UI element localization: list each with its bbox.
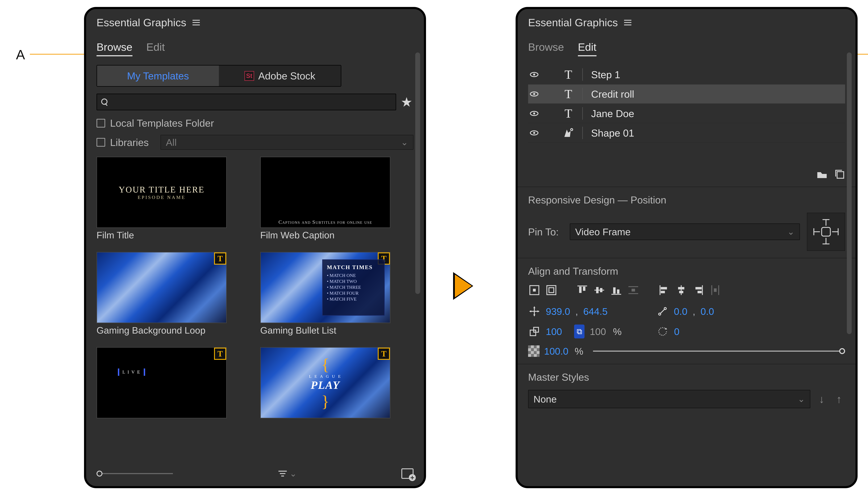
pin-to-value: Video Frame	[575, 226, 631, 238]
align-right-icon[interactable]	[692, 284, 704, 296]
visibility-eye-icon[interactable]	[528, 91, 540, 97]
tab-edit[interactable]: Edit	[578, 41, 597, 56]
template-thumb-live[interactable]: T L I V E	[96, 347, 227, 418]
push-style-up-icon[interactable]: ↑	[833, 393, 845, 405]
layer-name: Jane Doe	[582, 107, 634, 120]
layer-type-text-icon: T	[560, 67, 577, 82]
align-left-icon[interactable]	[658, 284, 670, 296]
align-vertical-center-icon[interactable]	[593, 284, 606, 296]
template-thumb-film-web-caption[interactable]: Captions and Subtitles for online use	[260, 157, 390, 228]
template-thumb-gaming-bg-loop[interactable]: T	[96, 252, 227, 323]
scrollbar[interactable]	[415, 49, 420, 451]
thumbnail-size-slider[interactable]	[96, 473, 173, 474]
position-y-value[interactable]: 644.5	[583, 306, 608, 317]
sort-menu-icon[interactable]: ⌄	[278, 468, 297, 479]
subtab-adobe-stock[interactable]: St Adobe Stock	[219, 66, 341, 86]
new-layer-icon[interactable]	[834, 169, 845, 180]
opacity-value[interactable]: 100.0	[544, 345, 568, 357]
master-style-select[interactable]: None ⌄	[528, 390, 810, 408]
rotation-value[interactable]: 0	[674, 326, 679, 337]
favorites-star-icon[interactable]: ★	[400, 95, 413, 109]
svg-marker-55	[538, 310, 540, 312]
libraries-filter-select[interactable]: All ⌄	[161, 135, 413, 150]
scale-icon	[528, 325, 541, 338]
checkbox-libraries[interactable]	[96, 138, 105, 147]
mogrt-badge-icon: T	[214, 348, 226, 360]
pin-edges-widget[interactable]	[807, 213, 845, 251]
svg-rect-46	[697, 291, 702, 293]
svg-marker-54	[529, 310, 531, 312]
pin-to-select[interactable]: Video Frame ⌄	[570, 224, 800, 240]
template-thumb-league-play[interactable]: T { L E A G U E PLAY }	[260, 347, 390, 418]
tab-browse[interactable]: Browse	[96, 41, 132, 56]
svg-rect-28	[583, 287, 585, 291]
align-top-icon[interactable]	[576, 284, 588, 296]
align-safe-margins-icon[interactable]	[545, 284, 558, 296]
layer-name: Credit roll	[582, 88, 634, 100]
opacity-slider[interactable]	[593, 351, 845, 352]
layer-row[interactable]: T Step 1	[528, 65, 845, 84]
panel-menu-icon[interactable]	[624, 20, 631, 25]
opacity-icon	[528, 345, 540, 357]
mogrt-badge-icon: T	[378, 348, 390, 360]
layers-list: T Step 1 T Credit roll T	[528, 65, 845, 143]
scale-w-value[interactable]: 100	[546, 326, 562, 337]
svg-rect-25	[549, 288, 554, 293]
visibility-eye-icon[interactable]	[528, 111, 540, 116]
section-title-align: Align and Transform	[528, 265, 845, 277]
link-scale-icon[interactable]: ⧉	[574, 325, 585, 339]
svg-rect-49	[714, 288, 717, 292]
position-icon	[528, 305, 541, 318]
thumb-text: YOUR TITLE HERE	[119, 184, 204, 195]
chevron-down-icon: ⌄	[401, 137, 408, 147]
layer-row[interactable]: T Credit roll	[528, 84, 845, 104]
push-style-down-icon[interactable]: ↓	[816, 393, 828, 405]
anchor-y-value[interactable]: 0.0	[701, 306, 714, 317]
anchor-x-value[interactable]: 0.0	[674, 306, 688, 317]
chevron-down-icon: ⌄	[290, 468, 297, 479]
layer-row[interactable]: Shape 01	[528, 123, 845, 143]
panel-menu-icon[interactable]	[192, 20, 200, 25]
visibility-eye-icon[interactable]	[528, 130, 540, 136]
template-thumb-film-title[interactable]: YOUR TITLE HERE EPISODE NAME	[96, 157, 227, 228]
svg-rect-45	[695, 287, 702, 289]
svg-point-8	[533, 112, 535, 114]
align-center-in-parent-icon[interactable]	[528, 284, 541, 296]
svg-rect-40	[661, 291, 665, 293]
mogrt-badge-icon: T	[214, 252, 226, 264]
panel-title: Essential Graphics	[96, 16, 186, 29]
svg-point-10	[533, 132, 535, 134]
svg-rect-31	[600, 288, 602, 292]
libraries-filter-value: All	[166, 137, 177, 148]
search-input[interactable]	[96, 94, 396, 110]
template-label: Film Web Caption	[260, 230, 390, 240]
subtab-my-templates[interactable]: My Templates	[97, 66, 219, 86]
align-bottom-icon[interactable]	[610, 284, 623, 296]
svg-point-4	[533, 73, 535, 76]
layer-name: Step 1	[582, 68, 620, 81]
visibility-eye-icon[interactable]	[528, 72, 540, 77]
tab-edit[interactable]: Edit	[146, 41, 165, 56]
svg-rect-39	[661, 287, 667, 289]
chevron-down-icon: ⌄	[798, 394, 805, 404]
distribute-horizontal-icon[interactable]	[709, 284, 722, 296]
new-group-icon[interactable]	[817, 169, 828, 180]
checkbox-libraries-label: Libraries	[110, 137, 149, 148]
layer-row[interactable]: T Jane Doe	[528, 104, 845, 123]
scrollbar[interactable]	[847, 49, 852, 451]
svg-point-11	[571, 128, 573, 130]
master-style-value: None	[533, 394, 557, 405]
scale-unit: %	[613, 326, 622, 337]
scale-h-value[interactable]: 100	[590, 326, 606, 337]
checkbox-local-templates[interactable]	[96, 119, 105, 127]
position-x-value[interactable]: 939.0	[546, 306, 570, 317]
tab-browse[interactable]: Browse	[528, 41, 564, 56]
distribute-vertical-icon[interactable]	[627, 284, 640, 296]
align-horizontal-center-icon[interactable]	[675, 284, 688, 296]
new-item-icon[interactable]	[401, 468, 413, 479]
template-label: Gaming Bullet List	[260, 325, 390, 336]
svg-rect-24	[547, 286, 556, 295]
svg-point-6	[533, 93, 535, 95]
svg-rect-12	[837, 172, 844, 178]
template-thumb-gaming-bullet-list[interactable]: T MATCH TIMES • MATCH ONE • MATCH TWO • …	[260, 252, 390, 323]
